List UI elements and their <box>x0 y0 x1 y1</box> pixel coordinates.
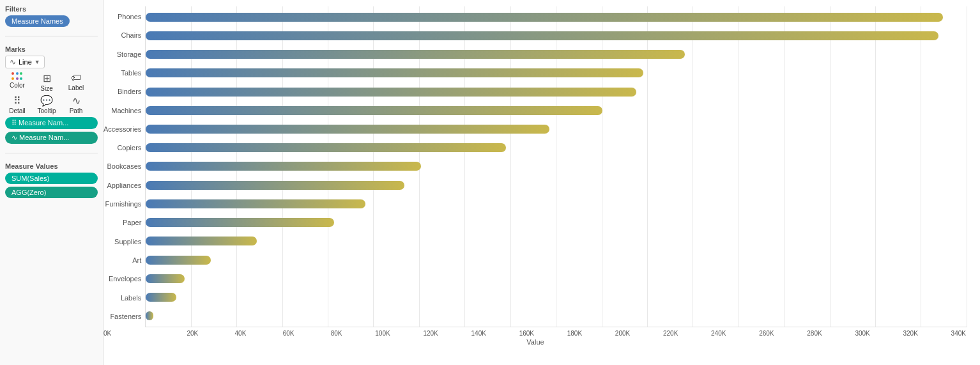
measure-name-pill-1[interactable]: ⠿Measure Nam... <box>5 117 98 129</box>
bar <box>146 256 211 265</box>
bar-row[interactable] <box>146 26 967 45</box>
bars-container <box>146 6 967 327</box>
measure-values-section: Measure Values SUM(Sales) AGG(Zero) <box>5 162 98 198</box>
x-tick: 180K <box>535 330 583 337</box>
y-label: Furnishings <box>103 195 141 214</box>
detail-icon-item[interactable]: ⠿ Detail <box>5 95 29 114</box>
bar-row[interactable] <box>146 120 967 138</box>
x-tick: 60K <box>247 330 295 337</box>
y-label: Envelopes <box>103 270 141 288</box>
pill2-label: Measure Nam... <box>19 134 69 141</box>
label-label: Label <box>68 84 84 91</box>
bar-row[interactable] <box>146 288 967 307</box>
label-icon-item[interactable]: 🏷 Label <box>64 72 88 92</box>
x-axis: 0K20K40K60K80K100K120K140K160K180K200K22… <box>103 330 967 337</box>
x-tick: 220K <box>631 330 679 337</box>
y-label: Appliances <box>103 176 141 195</box>
x-tick: 100K <box>344 330 392 337</box>
bar <box>146 218 334 227</box>
marks-dropdown[interactable]: ∿ Line ▼ <box>5 56 45 68</box>
bar-row[interactable] <box>146 214 967 232</box>
bar-row[interactable] <box>146 82 967 101</box>
tooltip-label: Tooltip <box>38 107 56 114</box>
path-label: Path <box>70 107 83 114</box>
x-tick: 40K <box>199 330 247 337</box>
bar-row[interactable] <box>146 232 967 251</box>
measure-value-pills: SUM(Sales) AGG(Zero) <box>5 173 98 198</box>
marks-dropdown-label: Line <box>19 58 32 66</box>
bar-row[interactable] <box>146 8 967 26</box>
x-tick: 160K <box>487 330 535 337</box>
marks-section: Marks ∿ Line ▼ Color ⊞ <box>5 45 98 144</box>
bar <box>146 311 153 320</box>
tooltip-icon-item[interactable]: 💬 Tooltip <box>34 95 59 114</box>
x-tick: 80K <box>295 330 343 337</box>
marks-type-dropdown[interactable]: ∿ Line ▼ <box>5 56 98 68</box>
sum-sales-pill[interactable]: SUM(Sales) <box>5 173 98 184</box>
measure-name-pill-2[interactable]: ∿Measure Nam... <box>5 132 98 144</box>
divider-2 <box>5 153 98 153</box>
bar <box>146 274 185 283</box>
x-tick: 340K <box>919 330 967 337</box>
bar <box>146 31 938 40</box>
bar-row[interactable] <box>146 251 967 269</box>
detail-icon: ⠿ <box>13 95 21 107</box>
x-tick: 140K <box>440 330 487 337</box>
bar-row[interactable] <box>146 139 967 157</box>
y-label: Bookcases <box>103 157 141 176</box>
bars-and-grid <box>145 6 967 327</box>
bar-row[interactable] <box>146 101 967 120</box>
chart-area: PhonesChairsStorageTablesBindersMachines… <box>103 0 980 365</box>
bar <box>146 125 549 134</box>
bar <box>146 143 505 152</box>
label-icon: 🏷 <box>71 72 81 84</box>
x-axis-wrapper: 0K20K40K60K80K100K120K140K160K180K200K22… <box>103 327 967 346</box>
bar-row[interactable] <box>146 45 967 63</box>
path-icon-item[interactable]: ∿ Path <box>64 95 88 114</box>
color-label: Color <box>10 82 25 89</box>
y-label: Tables <box>103 64 141 82</box>
pill1-label: Measure Nam... <box>19 119 68 127</box>
y-label: Copiers <box>103 139 141 157</box>
y-axis-labels: PhonesChairsStorageTablesBindersMachines… <box>103 6 145 327</box>
measure-names-filter-pill[interactable]: Measure Names <box>5 15 70 27</box>
bar <box>146 88 636 97</box>
bar <box>146 50 684 59</box>
bar <box>146 106 602 115</box>
bar-row[interactable] <box>146 307 967 325</box>
bar-row[interactable] <box>146 176 967 194</box>
y-label: Fasteners <box>103 307 141 326</box>
bar <box>146 181 404 190</box>
bar-row[interactable] <box>146 194 967 213</box>
y-label: Labels <box>103 288 141 307</box>
y-label: Accessories <box>103 120 141 139</box>
measure-values-title: Measure Values <box>5 162 98 170</box>
marks-icon-row-2: ⠿ Detail 💬 Tooltip ∿ Path <box>5 95 98 114</box>
size-icon-item[interactable]: ⊞ Size <box>34 72 59 92</box>
bar <box>146 237 257 245</box>
path-icon: ∿ <box>72 95 80 107</box>
divider-1 <box>5 36 98 36</box>
x-tick: 300K <box>823 330 871 337</box>
agg-zero-pill[interactable]: AGG(Zero) <box>5 187 98 198</box>
left-panel: Filters Measure Names Marks ∿ Line ▼ <box>0 0 103 365</box>
y-label: Chairs <box>103 26 141 45</box>
bar-row[interactable] <box>146 64 967 82</box>
tooltip-icon: 💬 <box>40 95 53 107</box>
chart-inner: PhonesChairsStorageTablesBindersMachines… <box>103 6 967 327</box>
marks-icon-row-1: Color ⊞ Size 🏷 Label <box>5 72 98 92</box>
bar-row[interactable] <box>146 157 967 176</box>
bar-row[interactable] <box>146 269 967 288</box>
line-icon: ∿ <box>10 58 16 66</box>
x-tick: 240K <box>679 330 727 337</box>
bar <box>146 199 365 208</box>
x-tick: 320K <box>871 330 919 337</box>
x-tick: 260K <box>727 330 775 337</box>
bar <box>146 162 421 171</box>
y-label: Binders <box>103 82 141 101</box>
x-axis-label: Value <box>103 338 967 346</box>
color-icon-item[interactable]: Color <box>5 72 29 92</box>
bar <box>146 293 176 302</box>
detail-label: Detail <box>9 107 26 114</box>
y-label: Phones <box>103 8 141 26</box>
